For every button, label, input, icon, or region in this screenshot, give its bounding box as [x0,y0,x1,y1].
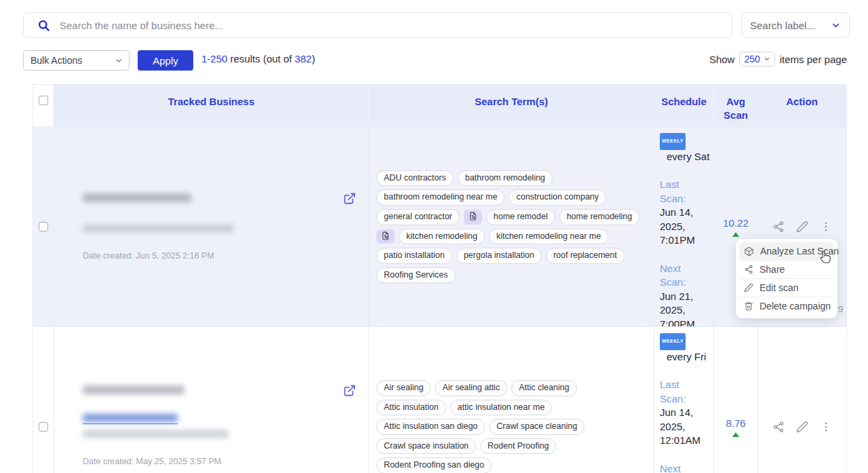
row-checkbox[interactable] [39,222,48,231]
business-link-redacted[interactable] [83,414,178,424]
business-cell: Date created: May 25, 2025 3:57 PM [54,326,369,473]
campaigns-table: Tracked Business Search Term(s) Schedule… [33,84,847,473]
page: Search label... Bulk Actions Apply 1-250… [0,0,868,473]
last-scan-label: Last Scan: [660,178,695,206]
menu-item-label: Share [760,264,785,275]
search-term-chip: patio installation [376,248,452,264]
per-page-value: 250 [744,54,760,64]
search-input[interactable] [60,20,732,31]
cube-icon [744,246,754,257]
schedule-frequency: every Fri [667,350,711,364]
trend-up-icon [732,432,739,437]
business-address-redacted [83,225,233,232]
header-schedule[interactable]: Schedule [654,84,714,126]
chevron-down-icon [831,20,841,31]
per-page-dropdown[interactable]: 250 [739,52,774,67]
results-total-link[interactable]: 382 [295,53,312,64]
results-text: results (out of [227,53,294,64]
avg-scan-cell: 8.76 [714,326,758,473]
next-scan-label: Next Scan: [660,462,695,473]
results-text-end: ) [312,53,315,64]
open-external-icon[interactable] [343,384,356,400]
schedule-badge: WEEKLY [660,333,686,350]
edit-pencil-icon[interactable] [796,421,808,433]
avg-scan-value[interactable]: 8.76 [726,417,745,429]
business-name-redacted [83,385,184,394]
search-term-chip: home remodeling [559,209,640,225]
row-checkbox-cell [33,126,54,326]
kebab-menu-icon[interactable] [820,421,832,433]
last-scan-value: Jun 14, 2025, 12:01AM [660,406,709,448]
search-term-chip: bathroom remodeling [458,170,553,187]
business-cell: Date created: Jun 5, 2025 2:16 PM [54,126,369,326]
search-term-chips: ADU contractorsbathroom remodelingbathro… [369,170,654,284]
schedule-cell: WEEKLY every Fri Last Scan: Jun 14, 2025… [654,326,714,473]
search-term-chip: kitchen remodeling [399,229,485,245]
header-search-terms[interactable]: Search Term(s) [369,84,654,126]
edit-pencil-icon[interactable] [796,221,808,233]
chevron-down-icon [115,56,123,65]
apply-button[interactable]: Apply [138,50,193,71]
search-term-chip: Attic cleaning [511,380,576,396]
search-term-chip: Roofing Services [376,267,456,284]
menu-item-delete-campaign[interactable]: Delete campaign [739,297,834,315]
table-row: Date created: May 25, 2025 3:57 PM Air s… [33,326,846,473]
search-terms-cell: ADU contractorsbathroom remodelingbathro… [369,126,654,326]
share-icon[interactable] [772,221,785,233]
search-term-chip: Rodent Proofing [480,438,556,455]
avg-scan-value[interactable]: 10.22 [723,217,749,229]
items-per-page-label: items per page [780,54,847,65]
select-all-checkbox[interactable] [39,96,48,105]
pagination-size: Show 250 items per page [709,52,847,67]
search-term-chip: Crawl space cleaning [489,419,585,435]
last-scan-label: Last Scan: [660,378,695,406]
search-term-chip: Air sealing attic [435,380,507,396]
pencil-icon [744,283,753,292]
search-term-chip: construction company [509,189,606,206]
next-scan-value: Jun 21, 2025, 7:00PM [660,290,709,332]
search-term-chip: bathroom remodeling near me [376,189,505,206]
menu-item-label: Edit scan [760,282,799,293]
search-term-chip: general contractor [376,209,460,225]
last-scan-value: Jun 14, 2025, 7:01PM [660,206,709,248]
header-avg-scan[interactable]: Avg Scan [714,84,758,126]
search-term-chip: Crawl space insulation [376,438,476,455]
search-term-chip: home remodel [486,209,555,225]
search-term-chip: ADU contractors [376,170,454,187]
search-term-chip: pergola installation [456,248,542,264]
business-name-redacted [83,193,191,202]
next-scan-label: Next Scan: [660,262,695,290]
search-label-dropdown[interactable]: Search label... [741,12,850,38]
menu-item-edit-scan[interactable]: Edit scan [739,278,834,297]
header-tracked-business[interactable]: Tracked Business [54,84,369,126]
search-term-chip: Rodent Proofing san diego [376,457,492,473]
file-search-icon[interactable] [376,229,395,244]
bulk-actions-value: Bulk Actions [31,55,82,66]
mouse-cursor-icon [817,250,832,267]
search-term-chip: Attic insulation san diego [376,419,485,435]
schedule-frequency: every Sat [667,150,711,164]
schedule-cell: WEEKLY every Sat Last Scan: Jun 14, 2025… [654,126,714,326]
row-checkbox-cell [33,326,54,473]
header-checkbox-cell [33,84,54,126]
search-term-chip: Air sealing [376,380,431,396]
kebab-menu-icon[interactable] [820,221,832,233]
business-search-box [23,12,732,38]
row-checkbox[interactable] [39,422,48,432]
business-address-redacted [83,430,229,438]
header-action: Action [758,84,846,126]
trend-up-icon [732,232,739,237]
open-external-icon[interactable] [343,192,356,208]
trash-icon [744,301,753,311]
search-term-chip: kitchen remodeling near me [489,229,608,245]
bulk-actions-dropdown[interactable]: Bulk Actions [23,50,130,71]
share-icon[interactable] [772,421,785,433]
table-row: Date created: Jun 5, 2025 2:16 PM ADU co… [33,126,846,326]
file-search-icon[interactable] [464,210,482,225]
search-terms-cell: Air sealingAir sealing atticAttic cleani… [369,326,654,473]
search-term-chip: attic insulation near me [450,400,553,416]
results-range-link[interactable]: 1-250 [201,53,227,64]
search-label-value: Search label... [750,20,815,31]
date-created: Date created: May 25, 2025 3:57 PM [83,457,221,466]
share-icon [744,265,753,274]
